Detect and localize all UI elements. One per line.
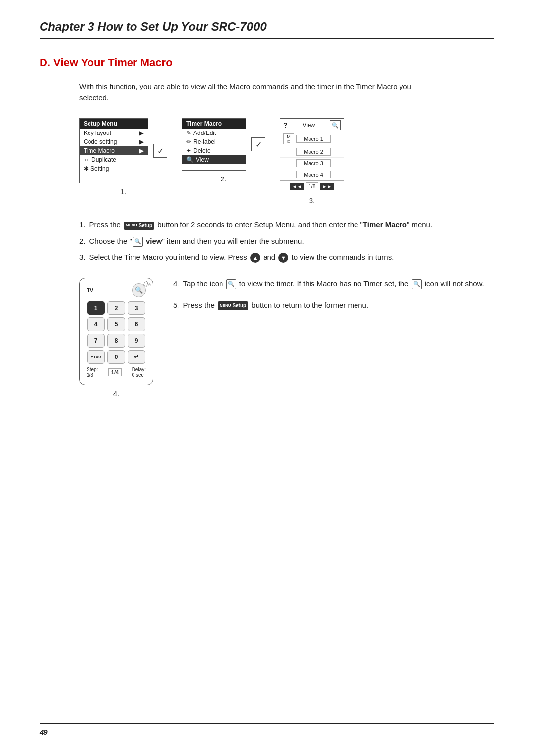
screenshot-label-1: 1. — [120, 187, 127, 196]
delay-val: 0 sec — [132, 372, 146, 378]
step-2: 2. Choose the "🔍 view" item and then you… — [79, 236, 455, 247]
step-box: 1/4 — [108, 368, 122, 376]
remote-label: 4. — [113, 389, 120, 398]
step-1: 1. Press the MENU Setup button for 2 sec… — [79, 220, 455, 231]
step-num-3: 3. — [79, 252, 86, 263]
nav-right-btn: ►► — [320, 183, 334, 190]
screenshot-label-2: 2. — [221, 175, 227, 183]
key-2: 2 — [107, 301, 125, 315]
timer-macro-box: Timer Macro ✎ Add/Edit ✏ Re-label ✦ Dele… — [182, 118, 246, 171]
step-text-4: Tap the icon 🔍 to view the timer. If thi… — [183, 278, 494, 289]
step-5: 5. Press the MENU Setup button to return… — [173, 299, 494, 311]
steps-45: 4. Tap the icon 🔍 to view the timer. If … — [173, 278, 494, 321]
view-label: View — [302, 122, 315, 129]
screenshot-2: Timer Macro ✎ Add/Edit ✏ Re-label ✦ Dele… — [182, 118, 265, 183]
checkmark-box-2: ✓ — [251, 137, 265, 151]
view-panel: ? View 🔍 M ⊡ Macro 1 Macro 2 Macro 3 — [280, 118, 344, 192]
menu-badge-5: MENU Setup — [218, 301, 248, 310]
key-8: 8 — [107, 334, 125, 348]
footer-page: 49 — [40, 728, 48, 736]
page: Chapter 3 How to Set Up Your SRC-7000 D.… — [0, 0, 534, 756]
view-icon: 🔍 — [186, 156, 194, 163]
key-7: 7 — [87, 334, 105, 348]
key-enter: ↵ — [128, 350, 145, 364]
timer-macro-relabel: ✏ Re-label — [182, 137, 246, 146]
screenshot-1: Setup Menu Key layout▶ Code setting▶ Tim… — [79, 118, 167, 196]
chapter-title: Chapter 3 How to Set Up Your SRC-7000 — [40, 20, 494, 34]
view-icon-box: 🔍 — [330, 120, 341, 130]
view-panel-macro3: Macro 3 — [280, 158, 344, 169]
addedit-icon: ✎ — [186, 130, 191, 136]
step-num-5: 5. — [173, 299, 179, 311]
macro-btn-1: Macro 1 — [296, 135, 331, 143]
view-panel-macro2: Macro 2 — [280, 146, 344, 158]
key-4: 4 — [87, 317, 105, 331]
timer-macro-header: Timer Macro — [182, 119, 246, 129]
step-text-1: Press the MENU Setup button for 2 second… — [89, 220, 455, 231]
section-title: D. View Your Timer Macro — [40, 56, 494, 69]
remote-wrap: TV 🔍 ☞ 1 2 3 4 5 6 7 8 9 +100 — [79, 278, 153, 398]
remote-tv-label: TV — [87, 287, 93, 293]
key-1: 1 — [87, 301, 105, 315]
menu-badge-1: MENU Setup — [124, 222, 154, 230]
nav-page: 1/8 — [306, 182, 318, 190]
view-panel-top: ? View 🔍 — [280, 119, 344, 132]
setup-menu-item-timemacro: Time Macro▶ — [80, 146, 148, 155]
setup-menu-with-arrow: Setup Menu Key layout▶ Code setting▶ Tim… — [79, 118, 167, 183]
view-panel-macro4: Macro 4 — [280, 169, 344, 180]
remote-keypad: 1 2 3 4 5 6 7 8 9 +100 0 ↵ — [87, 301, 146, 364]
macro-btn-4: Macro 4 — [296, 171, 331, 178]
duplicate-icon: ↔ — [84, 156, 89, 163]
setting-icon: ✱ — [84, 165, 89, 172]
key-3: 3 — [128, 301, 145, 315]
remote-bottom-row: Step: 1/3 1/4 Delay: 0 sec — [87, 367, 146, 378]
key-6: 6 — [128, 317, 145, 331]
step-num-1: 1. — [79, 220, 86, 231]
remote-top-row: TV 🔍 ☞ — [87, 283, 146, 297]
setup-menu-box: Setup Menu Key layout▶ Code setting▶ Tim… — [79, 118, 148, 183]
delete-icon: ✦ — [186, 147, 191, 154]
up-circle-icon: ▲ — [250, 253, 260, 263]
footer: 49 — [40, 723, 494, 736]
nav-left-btn: ◄◄ — [290, 183, 304, 190]
step-num-2: 2. — [79, 236, 86, 247]
step-num-4: 4. — [173, 278, 179, 289]
view-inline-icon-4a: 🔍 — [226, 279, 236, 289]
chapter-header: Chapter 3 How to Set Up Your SRC-7000 — [40, 20, 494, 39]
down-circle-icon: ▼ — [278, 253, 288, 263]
view-inline-icon-4b: 🔍 — [412, 279, 422, 289]
step-3: 3. Select the Time Macro you intend to v… — [79, 252, 455, 263]
m-icon: M ⊡ — [283, 133, 294, 144]
setup-menu-item-keylayout: Key layout▶ — [80, 129, 148, 137]
setup-menu-item-codesetting: Code setting▶ — [80, 137, 148, 146]
relabel-icon: ✏ — [186, 138, 191, 145]
key-5: 5 — [107, 317, 125, 331]
view-panel-m-row: M ⊡ Macro 1 — [280, 132, 344, 146]
nav-bar: ◄◄ 1/8 ►► — [280, 180, 344, 192]
setup-menu-header: Setup Menu — [80, 119, 148, 129]
step-text-2: Choose the "🔍 view" item and then you wi… — [89, 236, 455, 247]
timer-macro-view: 🔍 View — [182, 155, 246, 164]
step-text-5: Press the MENU Setup button to return to… — [183, 299, 494, 311]
steps-list: 1. Press the MENU Setup button for 2 sec… — [79, 220, 455, 263]
screenshot-3: ? View 🔍 M ⊡ Macro 1 Macro 2 Macro 3 — [280, 118, 344, 205]
intro-text: With this function, you are able to view… — [79, 81, 435, 103]
step-frac: 1/3 — [87, 372, 98, 378]
key-0: 0 — [107, 350, 125, 364]
timer-macro-delete: ✦ Delete — [182, 146, 246, 155]
step-4: 4. Tap the icon 🔍 to view the timer. If … — [173, 278, 494, 289]
delay-info-label: Delay: — [132, 367, 146, 372]
screenshot-label-3: 3. — [309, 196, 315, 205]
key-9: 9 — [128, 334, 145, 348]
key-plus100: +100 — [87, 350, 105, 364]
setup-menu-item-duplicate: ↔ Duplicate — [80, 155, 148, 164]
question-mark: ? — [283, 121, 288, 129]
setup-menu-item-setting: ✱ Setting — [80, 164, 148, 173]
timer-macro-with-arrow: Timer Macro ✎ Add/Edit ✏ Re-label ✦ Dele… — [182, 118, 265, 171]
checkmark-box-1: ✓ — [153, 144, 167, 158]
timer-macro-addedit: ✎ Add/Edit — [182, 129, 246, 137]
macro-btn-3: Macro 3 — [296, 159, 331, 167]
step-text-3: Select the Time Macro you intend to view… — [89, 252, 455, 263]
view-inline-icon-2: 🔍 — [133, 237, 143, 247]
bottom-section: TV 🔍 ☞ 1 2 3 4 5 6 7 8 9 +100 — [79, 278, 494, 398]
